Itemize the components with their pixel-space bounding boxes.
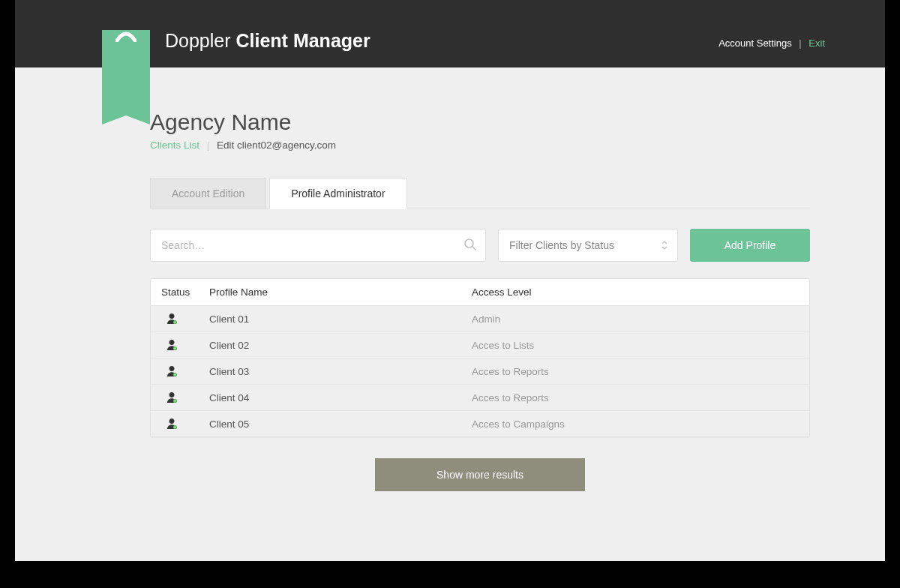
status-active-icon (161, 339, 209, 351)
table-row[interactable]: Client 01Admin (151, 306, 809, 332)
filter-clients-select[interactable]: Filter Clients by Status (498, 229, 678, 262)
table-row[interactable]: Client 04Acces to Reports (151, 384, 809, 410)
cell-access-level: Acces to Lists (472, 340, 799, 351)
page-title: Agency Name (150, 110, 810, 135)
app-title: Doppler Client Manager (165, 30, 370, 52)
brand-bold: Client Manager (236, 30, 370, 51)
add-profile-button[interactable]: Add Profile (690, 229, 810, 262)
account-settings-link[interactable]: Account Settings (718, 38, 792, 49)
profiles-table: Status Profile Name Access Level Client … (150, 278, 810, 437)
status-active-icon (161, 418, 209, 430)
column-status: Status (161, 286, 209, 298)
filter-select-label: Filter Clients by Status (509, 239, 614, 251)
search-input[interactable] (150, 229, 486, 262)
cell-profile-name: Client 01 (209, 314, 472, 325)
search-box (150, 229, 486, 262)
cell-access-level: Acces to Campaigns (472, 418, 799, 430)
table-header: Status Profile Name Access Level (151, 279, 809, 306)
breadcrumb-clients-list[interactable]: Clients List (150, 140, 200, 151)
tab-account-edition[interactable]: Account Edition (150, 178, 266, 208)
top-nav: Account Settings | Exit (718, 38, 825, 49)
cell-profile-name: Client 05 (209, 418, 472, 430)
status-active-icon (161, 313, 209, 325)
cell-profile-name: Client 04 (209, 392, 472, 404)
cell-profile-name: Client 03 (209, 366, 472, 377)
breadcrumb-separator: | (207, 140, 210, 151)
topbar: Doppler Client Manager Account Settings … (15, 0, 885, 68)
cell-access-level: Acces to Reports (472, 392, 799, 404)
tabs: Account Edition Profile Administrator (150, 178, 810, 209)
cell-access-level: Admin (472, 314, 799, 325)
show-more-button[interactable]: Show more results (375, 458, 585, 491)
breadcrumb-current: Edit client02@agency.com (217, 140, 336, 151)
table-row[interactable]: Client 03Acces to Reports (151, 358, 809, 384)
brand-light: Doppler (165, 30, 236, 51)
table-row[interactable]: Client 05Acces to Campaigns (151, 410, 809, 436)
cell-profile-name: Client 02 (209, 340, 472, 351)
chevron-updown-icon (661, 240, 668, 253)
tab-profile-administrator[interactable]: Profile Administrator (269, 178, 406, 209)
table-row[interactable]: Client 02Acces to Lists (151, 332, 809, 358)
logo-icon (116, 30, 136, 42)
status-active-icon (161, 392, 209, 404)
exit-link[interactable]: Exit (808, 38, 825, 49)
nav-separator: | (799, 38, 801, 49)
column-profile-name: Profile Name (209, 286, 472, 298)
status-active-icon (161, 365, 209, 377)
breadcrumb: Clients List | Edit client02@agency.com (150, 140, 810, 151)
cell-access-level: Acces to Reports (472, 366, 799, 377)
column-access-level: Access Level (472, 286, 799, 298)
